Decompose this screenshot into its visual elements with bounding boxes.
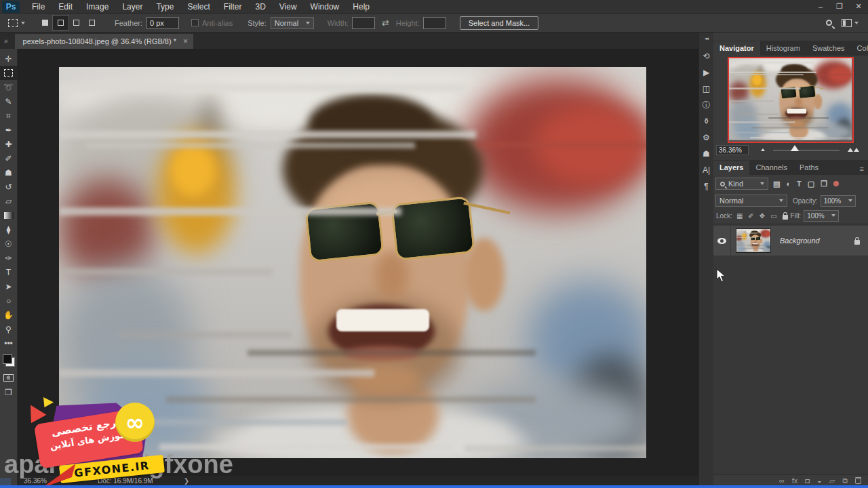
paragraph-panel-icon[interactable]: ¶ xyxy=(699,178,714,195)
workspace-switcher[interactable] xyxy=(842,19,859,27)
actions-panel-icon[interactable]: ▶ xyxy=(699,64,714,81)
type-tool[interactable]: T xyxy=(0,265,18,279)
menu-window[interactable]: Window xyxy=(304,1,347,13)
add-to-selection-button[interactable] xyxy=(53,16,68,30)
tab-swatches[interactable]: Swatches xyxy=(806,41,851,56)
spot-healing-brush-tool[interactable]: ✚ xyxy=(0,137,18,151)
move-tool[interactable]: ✛ xyxy=(0,52,18,66)
menu-layer[interactable]: Layer xyxy=(115,1,149,13)
panel-menu-icon[interactable]: ≡ xyxy=(860,165,864,173)
new-group-icon[interactable]: ▱ xyxy=(829,476,835,485)
new-selection-button[interactable] xyxy=(37,16,53,30)
tool-preset-picker[interactable] xyxy=(8,19,25,27)
filter-shape-layers-icon[interactable]: ▢ xyxy=(808,180,814,188)
brush-tool[interactable]: ✐ xyxy=(0,151,18,165)
clone-source-panel-icon[interactable]: ☗ xyxy=(699,146,714,162)
menu-type[interactable]: Type xyxy=(149,1,180,13)
slider-thumb[interactable] xyxy=(791,145,799,151)
edit-toolbar-button[interactable]: ••• xyxy=(0,336,18,350)
navigator-zoom-slider[interactable] xyxy=(773,150,840,150)
clone-stamp-tool[interactable]: ☗ xyxy=(0,165,18,180)
menu-help[interactable]: Help xyxy=(346,1,376,13)
lock-transparent-pixels-icon[interactable]: ▦ xyxy=(736,212,743,220)
navigator-proxy-preview[interactable] xyxy=(728,57,854,143)
filter-pixel-layers-icon[interactable]: ▤ xyxy=(773,180,780,188)
filter-adjustment-layers-icon[interactable]: ◐ xyxy=(786,180,791,188)
lock-all-icon[interactable] xyxy=(783,215,788,220)
intersect-selection-button[interactable] xyxy=(84,16,100,30)
pen-tool[interactable]: ✑ xyxy=(0,251,18,265)
filter-type-layers-icon[interactable]: T xyxy=(797,180,802,188)
feather-input[interactable]: 0 px xyxy=(146,17,179,29)
collapse-panels-icon[interactable]: ◂◂ xyxy=(705,36,708,41)
tab-navigator[interactable]: Navigator xyxy=(713,41,760,56)
new-layer-icon[interactable]: ⧉ xyxy=(842,476,848,485)
layer-name[interactable]: Background xyxy=(780,237,820,245)
filter-smart-objects-icon[interactable]: ❒ xyxy=(821,180,827,188)
brush-settings-panel-icon[interactable]: ⚙ xyxy=(699,129,714,146)
path-selection-tool[interactable]: ➤ xyxy=(0,279,18,293)
zoom-out-icon[interactable] xyxy=(761,148,765,151)
tab-channels[interactable]: Channels xyxy=(749,161,793,175)
close-button[interactable]: ✕ xyxy=(849,1,868,13)
height-input[interactable] xyxy=(423,17,446,29)
minimize-button[interactable]: – xyxy=(811,1,830,13)
menu-select[interactable]: Select xyxy=(180,1,216,13)
layer-row-background[interactable]: Background xyxy=(713,226,868,256)
history-brush-tool[interactable]: ↺ xyxy=(0,180,18,194)
tab-paths[interactable]: Paths xyxy=(793,161,825,175)
character-panel-icon[interactable]: A| xyxy=(699,162,714,178)
gradient-tool[interactable] xyxy=(0,208,18,222)
select-and-mask-button[interactable]: Select and Mask... xyxy=(460,16,539,30)
subtract-from-selection-button[interactable] xyxy=(68,16,84,30)
lock-artboard-icon[interactable]: ▭ xyxy=(770,212,776,220)
layer-style-icon[interactable]: fx xyxy=(792,476,798,485)
anti-alias-checkbox[interactable] xyxy=(191,19,199,26)
eraser-tool[interactable]: ▱ xyxy=(0,194,18,208)
menu-edit[interactable]: Edit xyxy=(52,1,79,13)
restore-button[interactable]: ❐ xyxy=(830,1,849,13)
layer-visibility-toggle[interactable] xyxy=(713,226,731,256)
opacity-dropdown[interactable]: 100% xyxy=(821,195,856,207)
close-icon[interactable]: × xyxy=(183,37,188,46)
lock-image-pixels-icon[interactable]: ✐ xyxy=(748,212,753,220)
foreground-background-swatches[interactable] xyxy=(0,350,18,371)
zoom-tool[interactable]: ⚲ xyxy=(0,322,18,336)
menu-file[interactable]: File xyxy=(25,1,52,13)
menu-filter[interactable]: Filter xyxy=(217,1,249,13)
screen-mode-button[interactable]: ❐ xyxy=(0,385,18,399)
add-layer-mask-icon[interactable]: ◘ xyxy=(805,476,810,485)
video-progress-bar[interactable] xyxy=(0,485,868,488)
eyedropper-tool[interactable]: ✒ xyxy=(0,123,18,137)
delete-layer-icon[interactable] xyxy=(855,477,861,484)
filter-kind-dropdown[interactable]: Kind xyxy=(715,178,768,190)
lasso-tool[interactable]: ➰ xyxy=(0,80,18,94)
properties-panel-icon[interactable]: ◫ xyxy=(699,81,714,97)
new-adjustment-layer-icon[interactable]: ◒ xyxy=(817,476,822,485)
quick-selection-tool[interactable]: ✎ xyxy=(0,94,18,108)
dodge-tool[interactable]: ☉ xyxy=(0,237,18,251)
menu-3d[interactable]: 3D xyxy=(248,1,272,13)
ellipse-shape-tool[interactable]: ○ xyxy=(0,293,18,308)
blur-tool[interactable]: ⧫ xyxy=(0,222,18,237)
filter-toggle-icon[interactable] xyxy=(833,181,839,186)
hand-tool[interactable]: ✋ xyxy=(0,308,18,322)
layer-thumbnail[interactable] xyxy=(736,229,770,252)
tab-color[interactable]: Color xyxy=(851,41,868,56)
menu-view[interactable]: View xyxy=(273,1,304,13)
zoom-in-icon[interactable] xyxy=(848,148,859,152)
info-panel-icon[interactable]: ⓘ xyxy=(699,97,714,113)
tab-overflow-icon[interactable]: » xyxy=(4,37,8,45)
document-tab[interactable]: pexels-photo-108048.jpeg @ 36.4% (RGB/8)… xyxy=(15,34,193,49)
link-layers-icon[interactable]: ∞ xyxy=(779,476,785,485)
style-dropdown[interactable]: Normal xyxy=(271,17,314,29)
tab-histogram[interactable]: Histogram xyxy=(760,41,806,56)
search-icon[interactable] xyxy=(826,20,832,26)
rectangular-marquee-tool[interactable] xyxy=(0,66,18,80)
fill-dropdown[interactable]: 100% xyxy=(804,210,839,222)
blend-mode-dropdown[interactable]: Normal xyxy=(715,195,787,207)
width-input[interactable] xyxy=(352,17,375,29)
history-panel-icon[interactable]: ⟲ xyxy=(699,48,714,64)
crop-tool[interactable]: ⌗ xyxy=(0,108,18,123)
tab-layers[interactable]: Layers xyxy=(713,161,749,175)
